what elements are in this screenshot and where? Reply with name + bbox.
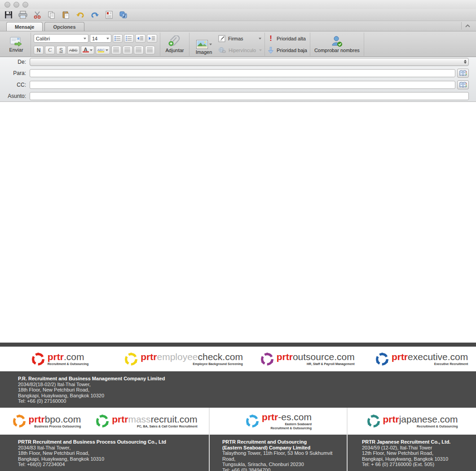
redo-icon[interactable] bbox=[90, 10, 100, 19]
image-button[interactable]: Imagen bbox=[192, 33, 216, 55]
underline-button[interactable]: S bbox=[56, 46, 66, 54]
address-line: Talaythong Tower, 11th Floor, 53 Moo 9 S… bbox=[222, 450, 347, 462]
logo-domain: prtrexecutive.com bbox=[392, 352, 468, 362]
logo-domain: prtrbpo.com bbox=[29, 414, 81, 424]
collapse-ribbon-button[interactable] bbox=[461, 22, 473, 30]
to-address-book-button[interactable] bbox=[457, 69, 469, 78]
undo-icon[interactable] bbox=[75, 10, 85, 19]
increase-indent-button[interactable] bbox=[147, 34, 157, 43]
strikethrough-button[interactable]: ABC bbox=[67, 46, 79, 54]
address-line: Bangkapi, Huaykwang, Bangkok 10320 bbox=[18, 393, 476, 399]
send-button[interactable]: Enviar bbox=[4, 35, 28, 53]
bold-button[interactable]: N bbox=[34, 46, 44, 54]
attach-button[interactable]: Adjuntar bbox=[163, 35, 186, 53]
priority-low-button[interactable]: Prioridad baja bbox=[268, 45, 307, 55]
logo-prtr-employeecheck: prtremployeecheck.com Employee Backgroun… bbox=[119, 347, 247, 371]
logo-domain: prtr.com bbox=[48, 352, 88, 362]
cc-input[interactable] bbox=[30, 81, 455, 89]
font-color-button[interactable]: A bbox=[81, 46, 94, 54]
chevron-up-icon bbox=[465, 24, 470, 27]
to-label: Para: bbox=[0, 70, 26, 76]
close-window-button[interactable] bbox=[4, 2, 10, 8]
logo-tagline: Eastern Seaboard bbox=[262, 422, 312, 426]
quick-toolbar bbox=[0, 9, 476, 21]
cc-address-book-button[interactable] bbox=[457, 80, 469, 89]
to-input[interactable] bbox=[30, 69, 455, 77]
company-name: PRTR Recruitment and Outsourcing bbox=[222, 439, 347, 445]
italic-button[interactable]: C bbox=[45, 46, 55, 54]
subject-input[interactable] bbox=[30, 92, 469, 100]
prtr-swirl-icon bbox=[95, 414, 110, 429]
address-line: Bangkapi, Huaykwang, Bangkok 10310 bbox=[18, 456, 209, 462]
send-envelope-icon bbox=[9, 36, 23, 47]
media-icon[interactable] bbox=[119, 10, 128, 19]
priority-high-button[interactable]: ! Prioridad alta bbox=[268, 33, 307, 44]
zoom-window-button[interactable] bbox=[22, 2, 28, 8]
signature-logo-row-2: prtrbpo.com Business Process Outsourcing… bbox=[0, 408, 476, 435]
paperclip-icon bbox=[168, 35, 181, 47]
send-group: Enviar bbox=[2, 33, 31, 56]
align-justify-button[interactable] bbox=[145, 46, 155, 54]
tab-mensaje[interactable]: Mensaje bbox=[6, 22, 43, 31]
paste-icon[interactable] bbox=[61, 10, 71, 19]
print-icon[interactable] bbox=[18, 10, 28, 19]
check-names-button[interactable]: Comprobar nombres bbox=[313, 35, 361, 53]
message-body-editor[interactable] bbox=[0, 102, 476, 343]
company-name-line2: (Eastern Seaboard) Company Limited bbox=[222, 445, 347, 451]
align-left-icon bbox=[113, 48, 119, 53]
image-icon bbox=[196, 40, 208, 49]
align-left-button[interactable] bbox=[111, 46, 121, 54]
address-line: Tungsukla, Sriracha, Chonburi 20230 bbox=[222, 462, 347, 467]
copy-icon[interactable] bbox=[47, 10, 57, 19]
phone-line: Tel: +66 (0) 27160000 bbox=[18, 398, 476, 404]
cut-icon[interactable] bbox=[32, 10, 42, 19]
align-right-button[interactable] bbox=[134, 46, 144, 54]
logo-prtr-com: prtr.com Recruitment & Outsourcing bbox=[0, 347, 119, 371]
signature-address-block-2: PRTR Recruitment and Business Process Ou… bbox=[0, 435, 209, 471]
chevron-down-icon bbox=[106, 49, 108, 51]
highlight-color-button[interactable]: ABC bbox=[96, 46, 110, 54]
font-name-select[interactable]: Calibri bbox=[34, 34, 88, 43]
check-names-group: Comprobar nombres bbox=[310, 33, 364, 56]
address-line: 2034/82(18-02/2) Ital-Thai Tower, bbox=[18, 382, 476, 387]
font-color-swatch bbox=[83, 51, 89, 53]
decrease-indent-button[interactable] bbox=[135, 34, 145, 43]
font-name-value: Calibri bbox=[36, 36, 50, 41]
logo-tagline: Executive Recruitment bbox=[392, 362, 468, 366]
signature-divider-bar bbox=[0, 343, 476, 347]
logo-prtr-japanese: prtrjapanese.com Recruitment & Outsourci… bbox=[366, 414, 458, 429]
logo-tagline: PC, BA, Sales & Call Center Recruitment bbox=[112, 424, 197, 428]
address-line: 18th Floor, New Petchburi Road, bbox=[18, 450, 209, 456]
signatures-button[interactable]: Firmas bbox=[218, 33, 262, 44]
address-line: 18th Floor, New Petchburi Road, bbox=[18, 387, 476, 393]
company-name: P.R. Recruitment and Business Management… bbox=[18, 376, 476, 382]
logo-tagline: Employee Background Screening bbox=[141, 362, 243, 366]
signature-logo-row-1: prtr.com Recruitment & Outsourcing prtre… bbox=[0, 347, 476, 371]
stepper-icon bbox=[464, 60, 467, 64]
font-size-select[interactable]: 14 bbox=[90, 34, 111, 43]
align-center-button[interactable] bbox=[123, 46, 132, 54]
titlebar bbox=[0, 0, 476, 9]
subject-row: Asunto: bbox=[0, 92, 469, 100]
bullet-list-button[interactable] bbox=[113, 34, 123, 43]
logo-tagline: HR, Staff & Payroll Management bbox=[277, 362, 355, 366]
from-row: De: bbox=[0, 58, 469, 66]
signature-address-block-1: P.R. Recruitment and Business Management… bbox=[0, 371, 476, 408]
signatures-label: Firmas bbox=[228, 36, 256, 41]
minimize-window-button[interactable] bbox=[13, 2, 19, 8]
tab-opciones[interactable]: Opciones bbox=[44, 22, 84, 31]
save-icon[interactable] bbox=[4, 10, 13, 19]
numbered-list-icon bbox=[126, 36, 132, 41]
phone-line: Tel: +66 (0) 38494700 bbox=[222, 467, 347, 471]
signature-address-block-3: PRTR Recruitment and Outsourcing (Easter… bbox=[209, 435, 347, 471]
priority-low-label: Prioridad baja bbox=[277, 48, 307, 53]
format-icon[interactable] bbox=[104, 10, 114, 19]
logo-cell: prtr-es.com Eastern SeaboardRecruitment … bbox=[209, 408, 347, 435]
ribbon-tab-bar: Mensaje Opciones bbox=[0, 21, 476, 31]
hyperlink-button[interactable]: Hipervínculo bbox=[218, 45, 262, 55]
from-select[interactable] bbox=[30, 58, 469, 66]
address-line: 2034/83 Ital-Thai Tower, bbox=[18, 445, 209, 451]
chevron-down-icon bbox=[259, 38, 261, 40]
numbered-list-button[interactable] bbox=[124, 34, 134, 43]
phone-line: Tel: +66(0) 27234004 bbox=[18, 462, 209, 467]
